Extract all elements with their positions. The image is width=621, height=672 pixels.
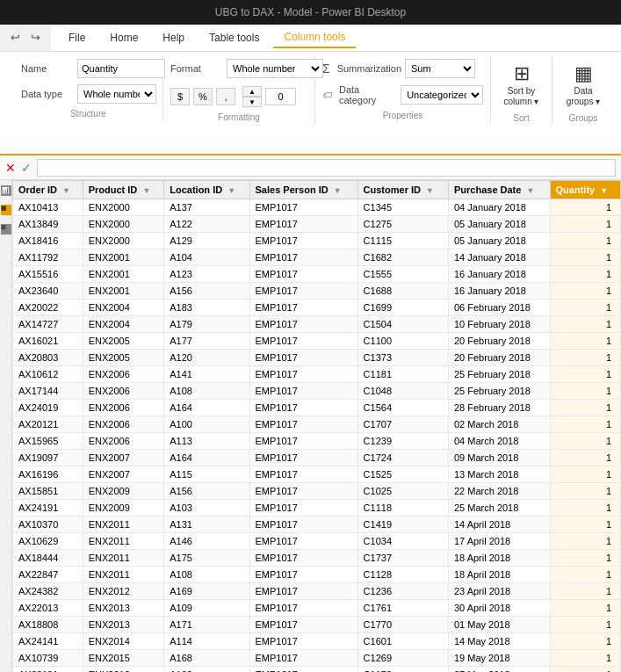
cell-location-id: A141 — [164, 366, 249, 383]
table-row[interactable]: AX15965 ENX2006 A113 EMP1017 C1239 04 Ma… — [13, 433, 621, 450]
table-row[interactable]: AX13849 ENX2000 A122 EMP1017 C1275 05 Ja… — [13, 216, 621, 233]
table-row[interactable]: AX20803 ENX2005 A120 EMP1017 C1373 20 Fe… — [13, 350, 621, 366]
cell-customer-id: C1419 — [357, 517, 448, 533]
cancel-icon[interactable]: ✕ — [5, 161, 16, 175]
table-row[interactable]: AX18416 ENX2000 A129 EMP1017 C1115 05 Ja… — [13, 233, 621, 249]
cell-purchase-date: 22 March 2018 — [448, 483, 550, 500]
cell-purchase-date: 13 March 2018 — [448, 466, 550, 483]
cell-customer-id: C1761 — [357, 600, 448, 617]
table-row[interactable]: AX10739 ENX2015 A168 EMP1017 C1269 19 Ma… — [13, 650, 621, 667]
table-row[interactable]: AX10612 ENX2006 A141 EMP1017 C1181 25 Fe… — [13, 366, 621, 383]
redo-button[interactable]: ↪ — [27, 29, 44, 46]
cell-customer-id: C1564 — [357, 400, 448, 416]
col-quantity[interactable]: Quantity ▼ — [550, 181, 620, 199]
cell-customer-id: C1128 — [357, 567, 448, 583]
table-row[interactable]: AX17144 ENX2006 A108 EMP1017 C1048 25 Fe… — [13, 383, 621, 400]
cell-order-id: AX22847 — [13, 567, 83, 583]
table-row[interactable]: AX11792 ENX2001 A104 EMP1017 C1682 14 Ja… — [13, 249, 621, 266]
undo-button[interactable]: ↩ — [7, 29, 24, 46]
cell-location-id: A146 — [164, 533, 249, 550]
table-row[interactable]: AX22847 ENX2011 A108 EMP1017 C1128 18 Ap… — [13, 567, 621, 583]
cell-quantity: 1 — [550, 266, 620, 283]
table-row[interactable]: AX22013 ENX2013 A109 EMP1017 C1761 30 Ap… — [13, 600, 621, 617]
sort-by-column-button[interactable]: ⊞ Sort bycolumn ▾ — [500, 59, 544, 112]
table-row[interactable]: AX10413 ENX2000 A137 EMP1017 C1345 04 Ja… — [13, 199, 621, 216]
table-row[interactable]: AX14727 ENX2004 A179 EMP1017 C1504 10 Fe… — [13, 316, 621, 333]
table-row[interactable]: AX19097 ENX2007 A164 EMP1017 C1724 09 Ma… — [13, 450, 621, 466]
cell-quantity: 1 — [550, 533, 620, 550]
cell-product-id: ENX2000 — [83, 199, 164, 216]
menu-home[interactable]: Home — [99, 28, 148, 47]
cell-product-id: ENX2000 — [83, 233, 164, 249]
cell-customer-id: C1707 — [357, 416, 448, 433]
cell-customer-id: C1770 — [357, 617, 448, 633]
cell-quantity: 1 — [550, 483, 620, 500]
table-row[interactable]: AX20022 ENX2004 A183 EMP1017 C1699 06 Fe… — [13, 300, 621, 316]
cell-purchase-date: 01 May 2018 — [448, 617, 550, 633]
col-purchase-date[interactable]: Purchase Date ▼ — [448, 181, 550, 199]
decimal-increase-button[interactable]: ▲ — [242, 86, 262, 97]
menu-file[interactable]: File — [58, 28, 96, 47]
table-row[interactable]: AX15516 ENX2001 A123 EMP1017 C1555 16 Ja… — [13, 266, 621, 283]
datacategory-select[interactable]: Uncategorized — [401, 85, 483, 105]
table-row[interactable]: AX18444 ENX2011 A175 EMP1017 C1737 18 Ap… — [13, 550, 621, 567]
table-row[interactable]: AX24191 ENX2009 A103 EMP1017 C1118 25 Ma… — [13, 500, 621, 517]
col-location-id[interactable]: Location ID ▼ — [164, 181, 249, 199]
cell-location-id: A169 — [164, 583, 249, 600]
table-row[interactable]: AX10370 ENX2011 A131 EMP1017 C1419 14 Ap… — [13, 517, 621, 533]
cell-purchase-date: 25 February 2018 — [448, 383, 550, 400]
table-row[interactable]: AX15851 ENX2009 A156 EMP1017 C1025 22 Ma… — [13, 483, 621, 500]
dollar-button[interactable]: $ — [170, 88, 190, 105]
table-row[interactable]: AX24382 ENX2012 A169 EMP1017 C1236 23 Ap… — [13, 583, 621, 600]
cell-sales-person-id: EMP1017 — [249, 667, 357, 673]
col-sales-person-id[interactable]: Sales Person ID ▼ — [249, 181, 357, 199]
decimal-decrease-button[interactable]: ▼ — [242, 97, 262, 107]
table-row[interactable]: AX22191 ENX2016 A102 EMP1017 C1178 27 Ma… — [13, 667, 621, 673]
cell-customer-id: C1504 — [357, 316, 448, 333]
table-row[interactable]: AX10629 ENX2011 A146 EMP1017 C1034 17 Ap… — [13, 533, 621, 550]
table-row[interactable]: AX18808 ENX2013 A171 EMP1017 C1770 01 Ma… — [13, 617, 621, 633]
comma-button[interactable]: , — [216, 88, 235, 105]
col-customer-id[interactable]: Customer ID ▼ — [357, 181, 448, 199]
menu-column-tools[interactable]: Column tools — [273, 27, 356, 48]
col-product-id[interactable]: Product ID ▼ — [83, 181, 164, 199]
table-row[interactable]: AX23640 ENX2001 A156 EMP1017 C1688 16 Ja… — [13, 283, 621, 300]
col-order-id[interactable]: Order ID ▼ — [13, 181, 83, 199]
groups-section: ▦ Datagroups ▾ Groups — [552, 55, 614, 125]
cell-location-id: A109 — [164, 600, 249, 617]
name-input[interactable] — [77, 59, 165, 78]
decimal-input[interactable] — [265, 88, 296, 105]
table-row[interactable]: AX16196 ENX2007 A115 EMP1017 C1525 13 Ma… — [13, 466, 621, 483]
data-groups-button[interactable]: ▦ Datagroups ▾ — [561, 59, 605, 112]
format-select[interactable]: Whole number — [227, 59, 323, 78]
formula-input[interactable] — [37, 159, 616, 177]
confirm-icon[interactable]: ✓ — [21, 161, 32, 175]
cell-customer-id: C1724 — [357, 450, 448, 466]
table-row[interactable]: AX16021 ENX2005 A177 EMP1017 C1100 20 Fe… — [13, 333, 621, 350]
cell-product-id: ENX2013 — [83, 617, 164, 633]
cell-customer-id: C1115 — [357, 233, 448, 249]
model-view-icon[interactable]: ⊞ — [1, 224, 11, 235]
cell-purchase-date: 25 February 2018 — [448, 366, 550, 383]
percent-button[interactable]: % — [193, 88, 213, 105]
groups-label: Groups — [569, 112, 598, 123]
cell-order-id: AX13849 — [13, 216, 83, 233]
cell-customer-id: C1269 — [357, 650, 448, 667]
datatype-select[interactable]: Whole number — [77, 84, 156, 104]
table-row[interactable]: AX20121 ENX2006 A100 EMP1017 C1707 02 Ma… — [13, 416, 621, 433]
cell-order-id: AX24382 — [13, 583, 83, 600]
data-view-icon[interactable]: ▦ — [1, 205, 11, 215]
menu-help[interactable]: Help — [152, 28, 195, 47]
cell-quantity: 1 — [550, 583, 620, 600]
cell-customer-id: C1236 — [357, 583, 448, 600]
summarization-select[interactable]: Sum — [405, 59, 475, 78]
report-view-icon[interactable]: 📊 — [1, 185, 11, 196]
table-row[interactable]: AX24141 ENX2014 A114 EMP1017 C1601 14 Ma… — [13, 633, 621, 650]
table-row[interactable]: AX24019 ENX2006 A164 EMP1017 C1564 28 Fe… — [13, 400, 621, 416]
cell-purchase-date: 09 March 2018 — [448, 450, 550, 466]
cell-order-id: AX15851 — [13, 483, 83, 500]
cell-location-id: A168 — [164, 650, 249, 667]
menu-table-tools[interactable]: Table tools — [199, 28, 270, 47]
cell-product-id: ENX2000 — [83, 216, 164, 233]
cell-purchase-date: 25 March 2018 — [448, 500, 550, 517]
